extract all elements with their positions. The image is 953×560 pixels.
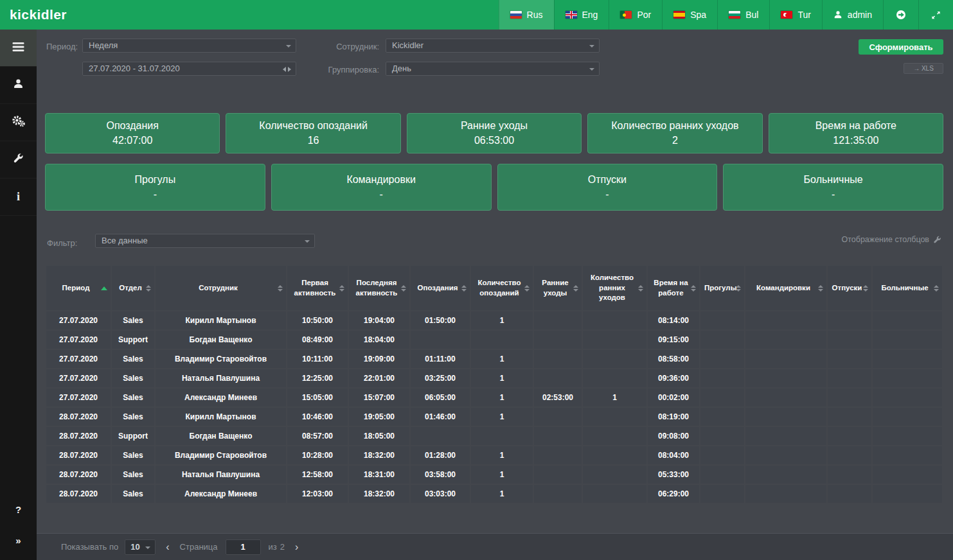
column-header-10[interactable]: Время на работе	[648, 266, 699, 310]
sidebar-item-info[interactable]: i	[0, 179, 37, 216]
sidebar-item-employees[interactable]	[0, 67, 37, 104]
table-filter-label: Фильтр:	[47, 236, 77, 250]
table-cell: Кирилл Мартынов	[156, 408, 286, 426]
sort-icon[interactable]	[146, 285, 151, 292]
sort-icon[interactable]	[863, 285, 868, 292]
language-button-spa[interactable]: Spa	[662, 0, 717, 30]
column-header-3[interactable]: Сотрудник	[156, 266, 286, 310]
table-cell	[534, 408, 582, 426]
sort-asc-icon[interactable]	[101, 286, 107, 290]
employee-select[interactable]: Kickidler	[386, 39, 600, 53]
sidebar-item-help[interactable]: ?	[0, 494, 37, 525]
sort-icon[interactable]	[573, 285, 578, 292]
summary-card-title: Время на работе	[815, 120, 896, 132]
table-cell: Наталья Павлушина	[156, 466, 286, 484]
table-cell: 1	[471, 446, 533, 464]
sidebar-item-collapse[interactable]: »	[0, 525, 37, 556]
column-header-6[interactable]: Опоздания	[411, 266, 470, 310]
period-select[interactable]: Неделя	[82, 39, 296, 53]
table-filter-select-value: Все данные	[102, 236, 148, 245]
table-cell: 27.07.2020	[46, 389, 111, 407]
language-button-tur[interactable]: Tur	[769, 0, 821, 30]
table-cell	[534, 311, 582, 329]
language-button-por[interactable]: Por	[609, 0, 662, 30]
sidebar-item-reports[interactable]	[0, 30, 37, 67]
table-filter-select[interactable]: Все данные	[95, 234, 315, 248]
logout-button[interactable]	[883, 0, 918, 30]
sort-icon[interactable]	[818, 285, 823, 292]
column-header-8[interactable]: Ранние уходы	[534, 266, 582, 310]
column-header-1[interactable]: Период	[46, 266, 111, 310]
sort-icon[interactable]	[401, 285, 406, 292]
table-cell: Sales	[112, 446, 154, 464]
sort-icon[interactable]	[736, 285, 741, 292]
table-cell: 18:31:00	[349, 466, 409, 484]
sidebar-item-services[interactable]	[0, 104, 37, 141]
export-xls-button[interactable]: → XLS	[904, 63, 943, 74]
sort-icon[interactable]	[524, 285, 530, 292]
table-cell: 05:33:00	[648, 466, 699, 484]
fullscreen-button[interactable]	[918, 0, 953, 30]
table-cell: 1	[583, 389, 646, 407]
column-header-label: Ранние уходы	[542, 279, 568, 297]
main-content: Период: Неделя 27.07.2020 - 31.07.2020 С…	[37, 30, 953, 560]
column-header-13[interactable]: Отпуски	[828, 266, 871, 310]
column-header-12[interactable]: Командировки	[745, 266, 826, 310]
table-cell: 10:50:00	[287, 311, 348, 329]
language-button-eng[interactable]: Eng	[554, 0, 609, 30]
language-button-bul[interactable]: Bul	[717, 0, 769, 30]
table-cell	[411, 427, 470, 445]
table-cell: 1	[471, 350, 533, 368]
column-header-2[interactable]: Отдел	[112, 266, 154, 310]
table-cell	[583, 485, 646, 503]
page-number-input[interactable]	[226, 539, 261, 555]
table-cell: 08:04:00	[648, 446, 699, 464]
sidebar-item-tools[interactable]	[0, 141, 37, 179]
table-cell	[745, 466, 826, 484]
date-range-value: 27.07.2020 - 31.07.2020	[89, 64, 180, 73]
summary-card: Опоздания42:07:00	[45, 113, 220, 153]
column-header-11[interactable]: Прогулы	[700, 266, 744, 310]
next-period-icon[interactable]	[288, 67, 291, 72]
column-header-7[interactable]: Количество опозданий	[471, 266, 533, 310]
table-cell: 1	[471, 485, 533, 503]
date-range-field[interactable]: 27.07.2020 - 31.07.2020	[82, 62, 296, 76]
tr-flag-icon	[781, 11, 792, 19]
next-page-button[interactable]: ›	[295, 541, 298, 553]
grouping-select[interactable]: День	[386, 62, 600, 76]
sort-icon[interactable]	[691, 285, 696, 292]
prev-period-icon[interactable]	[283, 67, 286, 72]
table-cell	[583, 466, 646, 484]
table-cell: 18:32:00	[349, 485, 409, 503]
page-size-select[interactable]: 10	[125, 539, 156, 555]
sort-icon[interactable]	[934, 285, 939, 292]
column-header-5[interactable]: Последняя активность	[349, 266, 409, 310]
sort-icon[interactable]	[638, 285, 643, 292]
sort-icon[interactable]	[461, 285, 467, 292]
table-cell: 12:58:00	[287, 466, 348, 484]
table-row: 28.07.2020SalesНаталья Павлушина12:58:00…	[46, 466, 942, 484]
table-cell: 28.07.2020	[46, 408, 111, 426]
column-header-14[interactable]: Больничные	[873, 266, 942, 310]
sidebar: i ?»	[0, 30, 37, 560]
sort-icon[interactable]	[278, 285, 283, 292]
language-button-label: Bul	[745, 10, 758, 20]
language-button-rus[interactable]: Rus	[499, 0, 554, 30]
user-menu-button[interactable]: admin	[822, 0, 883, 30]
table-cell: 06:05:00	[411, 389, 470, 407]
table-cell: 15:07:00	[349, 389, 409, 407]
table-row: 27.07.2020SupportБогдан Ващенко08:49:001…	[46, 331, 942, 349]
table-cell	[745, 389, 826, 407]
column-settings-button[interactable]: Отображение столбцов	[841, 235, 941, 244]
summary-card-title: Прогулы	[135, 174, 176, 186]
sort-icon[interactable]	[339, 285, 344, 292]
summary-card-value: 42:07:00	[112, 135, 152, 146]
table-cell: 19:09:00	[349, 350, 409, 368]
column-header-4[interactable]: Первая активность	[287, 266, 348, 310]
table-cell: Sales	[112, 389, 154, 407]
chevron-down-icon	[589, 45, 594, 48]
generate-report-button[interactable]: Сформировать	[859, 39, 943, 55]
column-header-9[interactable]: Количество ранних уходов	[583, 266, 646, 310]
prev-page-button[interactable]: ‹	[166, 541, 169, 553]
sidebar-bottom-items: ?»	[0, 494, 37, 556]
